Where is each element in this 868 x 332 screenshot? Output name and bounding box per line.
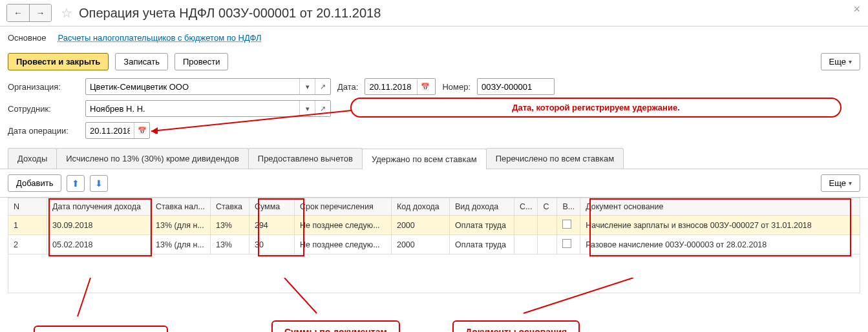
date-input[interactable]	[365, 79, 417, 94]
annotation-sums: Суммы по документам	[271, 320, 400, 332]
table-toolbar: Добавить ⬆ ⬇ Еще▾	[0, 169, 868, 198]
more-button[interactable]: Еще▾	[821, 53, 860, 70]
nav-back-forward: ← →	[6, 4, 52, 22]
cell-s	[514, 216, 537, 235]
header-bar: ← → ☆ Операция учета НДФЛ 00ЗУ-000001 от…	[0, 0, 868, 26]
cell-srok: Не позднее следую...	[294, 216, 391, 235]
cell-kod: 2000	[391, 235, 449, 254]
cell-vid: Оплата труда	[449, 235, 514, 254]
opdate-input[interactable]	[86, 123, 134, 138]
annotation-docs-text: Документы основания	[465, 327, 567, 332]
content-tabs: Доходы Исчислено по 13% (30%) кроме диви…	[0, 148, 868, 169]
org-label: Организация:	[8, 82, 79, 92]
num-input[interactable]	[478, 79, 594, 94]
tab-transferred[interactable]: Перечислено по всем ставкам	[486, 148, 624, 169]
table-more-label: Еще	[829, 178, 846, 188]
tab-calculated[interactable]: Исчислено по 13% (30%) кроме дивидендов	[56, 148, 249, 169]
annotation-date-register: Дата, которой регистрируем удержание.	[350, 98, 842, 118]
cell-v	[557, 235, 580, 254]
checkbox[interactable]	[562, 220, 571, 229]
more-label: Еще	[829, 57, 846, 67]
table-row[interactable]: 1 30.09.2018 13% (для н... 13% 294 Не по…	[8, 216, 860, 235]
form-area: Организация: ▾ ↗ Дата: 📅 Номер: Сотрудни…	[0, 74, 868, 148]
add-row-button[interactable]: Добавить	[8, 174, 61, 192]
emp-input[interactable]	[86, 101, 299, 116]
org-dropdown-icon[interactable]: ▾	[299, 79, 315, 94]
col-n[interactable]: N	[8, 198, 47, 216]
navtab-main[interactable]: Основное	[8, 33, 47, 43]
forward-button[interactable]: →	[29, 5, 51, 21]
col-rate[interactable]: Ставка нал...	[151, 198, 211, 216]
col-s[interactable]: С...	[514, 198, 537, 216]
annotation-sums-text: Суммы по документам	[284, 327, 387, 332]
close-icon[interactable]: ×	[849, 3, 864, 16]
col-rate2[interactable]: Ставка	[210, 198, 249, 216]
col-c[interactable]: С	[538, 198, 557, 216]
navtab-calculations-link[interactable]: Расчеты налогоплательщиков с бюджетом по…	[58, 33, 262, 43]
checkbox[interactable]	[562, 239, 571, 248]
tab-income[interactable]: Доходы	[8, 148, 57, 169]
tab-deductions[interactable]: Предоставлено вычетов	[248, 148, 363, 169]
col-sum[interactable]: Сумма	[249, 198, 294, 216]
cell-kod: 2000	[391, 216, 449, 235]
table-empty-row	[8, 254, 860, 293]
col-v[interactable]: В...	[557, 198, 580, 216]
cell-s	[514, 235, 537, 254]
cell-n: 1	[8, 216, 47, 235]
move-down-button[interactable]: ⬇	[90, 175, 108, 192]
toolbar: Провести и закрыть Записать Провести Еще…	[0, 49, 868, 74]
cell-doc: Начисление зарплаты и взносов 00ЗУ-00002…	[580, 216, 860, 235]
annotation-docs: Документы основания	[452, 320, 580, 332]
cell-n: 2	[8, 235, 47, 254]
chevron-down-icon: ▾	[849, 58, 852, 65]
calendar-icon[interactable]: 📅	[417, 79, 432, 94]
table-row[interactable]: 2 05.02.2018 13% (для н... 13% 30 Не поз…	[8, 235, 860, 254]
col-srok[interactable]: Срок перечисления	[294, 198, 391, 216]
emp-dropdown-icon[interactable]: ▾	[299, 101, 315, 116]
post-and-close-button[interactable]: Провести и закрыть	[8, 53, 109, 70]
emp-input-group: ▾ ↗	[85, 100, 331, 117]
cell-rate2: 13%	[210, 235, 249, 254]
num-label: Номер:	[442, 82, 471, 92]
chevron-down-icon: ▾	[849, 180, 852, 187]
cell-c	[538, 216, 557, 235]
move-up-button[interactable]: ⬆	[67, 175, 85, 192]
favorite-star-icon[interactable]: ☆	[58, 5, 75, 21]
opdate-input-group: 📅	[85, 122, 150, 139]
arrow-down-icon: ⬇	[95, 178, 103, 189]
cell-date: 05.02.2018	[47, 235, 151, 254]
emp-label: Сотрудник:	[8, 104, 79, 114]
cell-vid: Оплата труда	[449, 216, 514, 235]
annotation-income-dates: Даты получения дохода	[34, 326, 168, 332]
org-input-group: ▾ ↗	[85, 78, 331, 95]
cell-sum: 30	[249, 235, 294, 254]
date-label: Дата:	[337, 82, 358, 92]
arrow-up-icon: ⬆	[72, 178, 79, 189]
cell-doc: Разовое начисление 00ЗУ-000003 от 28.02.…	[580, 235, 860, 254]
org-open-icon[interactable]: ↗	[315, 79, 330, 94]
save-button[interactable]: Записать	[115, 53, 168, 70]
cell-rate: 13% (для н...	[151, 216, 211, 235]
cell-rate: 13% (для н...	[151, 235, 211, 254]
cell-rate2: 13%	[210, 216, 249, 235]
annotation-date-register-text: Дата, которой регистрируем удержание.	[512, 103, 680, 112]
col-vid[interactable]: Вид дохода	[449, 198, 514, 216]
org-input[interactable]	[86, 79, 299, 94]
table-header-row: N Дата получения дохода Ставка нал... Ст…	[8, 198, 860, 216]
post-button[interactable]: Провести	[175, 53, 229, 70]
nav-tabs: Основное Расчеты налогоплательщиков с бю…	[0, 26, 868, 49]
back-button[interactable]: ←	[7, 5, 29, 21]
table-more-button[interactable]: Еще▾	[821, 174, 860, 192]
tab-withheld[interactable]: Удержано по всем ставкам	[362, 149, 487, 169]
emp-open-icon[interactable]: ↗	[315, 101, 330, 116]
opdate-calendar-icon[interactable]: 📅	[134, 123, 149, 138]
date-input-group: 📅	[365, 78, 436, 95]
col-doc[interactable]: Документ основание	[580, 198, 860, 216]
cell-sum: 294	[249, 216, 294, 235]
cell-srok: Не позднее следую...	[294, 235, 391, 254]
page-title: Операция учета НДФЛ 00ЗУ-000001 от 20.11…	[79, 6, 862, 21]
col-kod[interactable]: Код дохода	[391, 198, 449, 216]
cell-c	[538, 235, 557, 254]
cell-date: 30.09.2018	[47, 216, 151, 235]
col-date[interactable]: Дата получения дохода	[47, 198, 151, 216]
